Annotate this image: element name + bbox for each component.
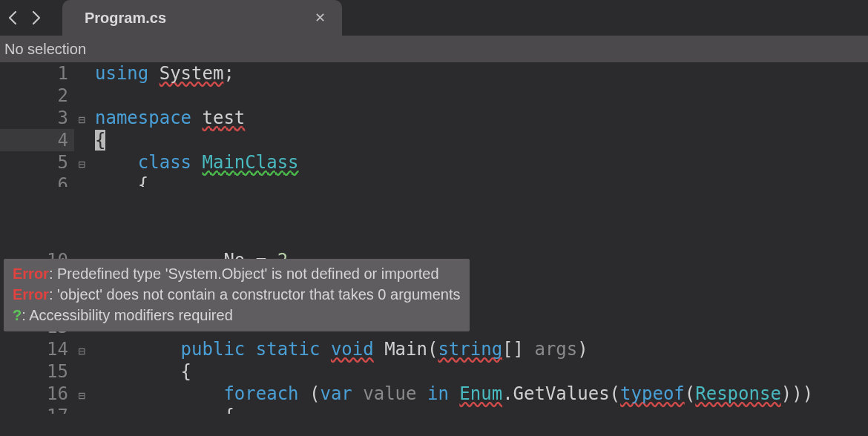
- code-line[interactable]: 1 using System;: [0, 62, 868, 85]
- code-line[interactable]: 6 {: [0, 174, 868, 187]
- code-text: {: [89, 174, 148, 187]
- line-number: 4: [0, 129, 74, 151]
- code-text: namespace test: [89, 107, 245, 129]
- tooltip-line: Error: Predefined type 'System.Object' i…: [13, 263, 461, 284]
- code-line[interactable]: 17 {: [0, 405, 868, 414]
- text-cursor: {: [95, 130, 105, 151]
- code-line[interactable]: 2: [0, 85, 868, 107]
- line-number: 6: [0, 174, 74, 187]
- line-number: 5: [0, 151, 74, 174]
- tab-title: Program.cs: [85, 10, 166, 27]
- code-line[interactable]: 3 ⊟ namespace test: [0, 107, 868, 129]
- fold-gutter: [74, 176, 89, 187]
- code-line[interactable]: 5 ⊟ class MainClass: [0, 151, 868, 174]
- code-line[interactable]: 15 {: [0, 360, 868, 383]
- close-icon[interactable]: ✕: [315, 10, 326, 26]
- code-line[interactable]: 14 ⊟ public static void Main(string[] ar…: [0, 338, 868, 360]
- line-number: 14: [0, 338, 74, 360]
- tooltip-line: ?: Accessibility modifiers required: [13, 305, 461, 326]
- line-number: 15: [0, 360, 74, 383]
- code-text: {: [89, 405, 234, 414]
- nav-back-icon[interactable]: [7, 10, 18, 25]
- code-text: {: [89, 129, 105, 151]
- code-text: public static void Main(string[] args): [89, 338, 588, 360]
- breadcrumb: No selection: [0, 36, 868, 62]
- code-text: using System;: [89, 62, 234, 85]
- line-number: 16: [0, 383, 74, 405]
- fold-gutter: [74, 131, 89, 153]
- file-tab[interactable]: Program.cs ✕: [62, 0, 342, 36]
- fold-toggle-icon[interactable]: ⊟: [74, 109, 89, 131]
- tooltip-line: Error: 'object' does not contain a const…: [13, 284, 461, 305]
- fold-toggle-icon[interactable]: ⊟: [74, 340, 89, 363]
- code-line[interactable]: 4 {: [0, 129, 868, 151]
- fold-toggle-icon[interactable]: ⊟: [74, 153, 89, 176]
- line-number: 1: [0, 62, 74, 85]
- code-text: {: [89, 360, 191, 383]
- code-editor[interactable]: 1 using System; 2 3 ⊟ namespace test 4 {…: [0, 62, 868, 414]
- error-tooltip: Error: Predefined type 'System.Object' i…: [4, 259, 470, 331]
- code-text: class MainClass: [89, 151, 299, 174]
- code-line[interactable]: 16 ⊟ foreach (var value in Enum.GetValue…: [0, 383, 868, 405]
- fold-toggle-icon[interactable]: ⊟: [74, 385, 89, 407]
- fold-gutter: [74, 407, 89, 414]
- line-number: 3: [0, 107, 74, 129]
- fold-gutter: [74, 363, 89, 385]
- line-number: 17: [0, 405, 74, 414]
- nav-forward-icon[interactable]: [31, 10, 42, 25]
- breadcrumb-text: No selection: [4, 41, 86, 58]
- code-text: foreach (var value in Enum.GetValues(typ…: [89, 383, 813, 405]
- line-number: 2: [0, 85, 74, 107]
- tab-bar: Program.cs ✕: [0, 0, 868, 36]
